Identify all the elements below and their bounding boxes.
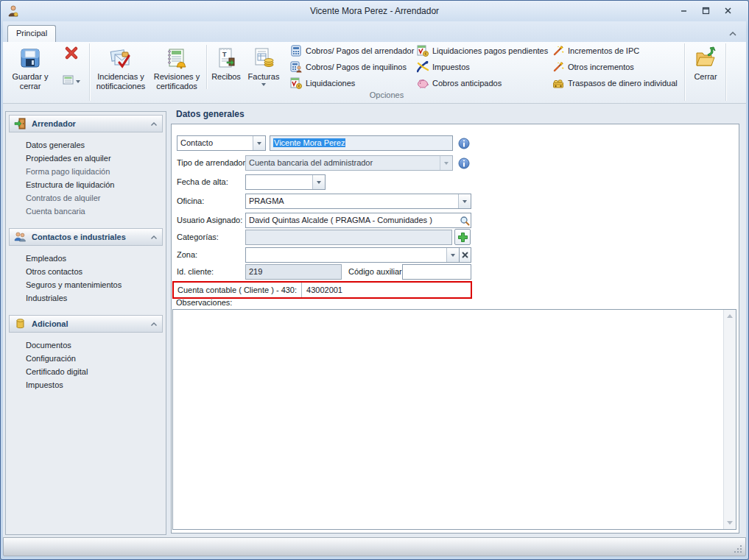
tab-principal[interactable]: Principal xyxy=(7,25,56,42)
chevron-down-icon xyxy=(458,194,471,208)
oficina-value: PRAGMA xyxy=(249,196,284,205)
page-title: Datos generales xyxy=(176,109,245,119)
notepad-bell-icon xyxy=(164,46,189,71)
save-close-button[interactable]: Guardar y cerrar xyxy=(9,44,52,91)
contacto-value: Vicente Mora Perez xyxy=(273,138,345,147)
sidebar-item-configuracion[interactable]: Configuración xyxy=(6,352,166,365)
revisiones-button[interactable]: Revisiones y certificados xyxy=(149,44,205,91)
chevron-down-icon xyxy=(440,156,452,170)
link-label: Incrementos de IPC xyxy=(568,46,639,55)
recibos-label: Recibos xyxy=(211,72,241,82)
sidebar-item-seguros-y-mantenimientos[interactable]: Seguros y mantenimientos xyxy=(6,278,166,291)
section-header-contactos[interactable]: Contactos e industriales xyxy=(9,228,163,246)
ribbon-separator xyxy=(206,45,207,89)
sidebar-item-documentos[interactable]: Documentos xyxy=(6,339,166,352)
chevron-up-icon[interactable] xyxy=(150,117,158,130)
revisiones-label: Revisiones y certificados xyxy=(149,72,205,91)
add-categoria-button[interactable] xyxy=(454,229,471,245)
otros-incrementos-link[interactable]: Otros incrementos xyxy=(552,61,678,73)
status-bar xyxy=(3,537,746,556)
sidebar-item-forma-pago-liquidacion[interactable]: Forma pago liquidación xyxy=(6,165,166,178)
minimize-button[interactable] xyxy=(678,7,689,16)
sidebar-section-contactos: Contactos e industriales Empleados Otros… xyxy=(6,228,166,305)
liquidaciones-link[interactable]: € Liquidaciones xyxy=(290,77,414,89)
categorias-label: Categorías: xyxy=(177,230,219,245)
incidencias-button[interactable]: Incidencias y notificaciones xyxy=(94,44,147,91)
impuestos-link[interactable]: Impuestos xyxy=(417,61,548,73)
scroll-up-button[interactable] xyxy=(724,310,736,322)
search-icon[interactable] xyxy=(458,213,471,228)
fecha-alta-label: Fecha de alta: xyxy=(177,174,228,190)
sidebar-item-estructura-de-liquidacion[interactable]: Estructura de liquidación xyxy=(6,178,166,191)
contacto-selector[interactable]: Contacto xyxy=(177,135,266,151)
close-button[interactable] xyxy=(722,7,734,16)
restore-button[interactable] xyxy=(700,7,711,16)
resize-grip[interactable] xyxy=(734,544,743,553)
vertical-scrollbar[interactable] xyxy=(723,310,736,529)
cobros-pagos-inquilinos-link[interactable]: Cobros/ Pagos de inquilinos xyxy=(290,61,414,73)
info-icon[interactable] xyxy=(457,135,470,151)
sidebar-item-otros-contactos[interactable]: Otros contactos xyxy=(6,265,166,278)
ribbon-tab-row: Principal xyxy=(3,21,746,42)
receipt-icon: T xyxy=(214,46,239,71)
sidebar-item-empleados[interactable]: Empleados xyxy=(6,252,166,265)
section-header-adicional[interactable]: Adicional xyxy=(9,315,163,333)
sidebar: Arrendador Datos generales Propiedades e… xyxy=(5,111,166,535)
liquidaciones-pendientes-link[interactable]: € Liquidaciones pagos pendientes xyxy=(417,45,548,57)
oficina-select[interactable]: PRAGMA xyxy=(245,194,471,209)
contacto-input[interactable]: Vicente Mora Perez xyxy=(270,135,453,151)
clear-zona-button[interactable] xyxy=(460,247,471,263)
chevron-up-icon[interactable] xyxy=(150,230,158,244)
cuenta-contable-label: Cuenta contable ( Cliente ) - 430: xyxy=(174,286,297,294)
ribbon-separator xyxy=(725,43,726,101)
info-icon[interactable] xyxy=(457,155,470,171)
scroll-down-button[interactable] xyxy=(724,517,736,529)
clear-x-icon xyxy=(462,252,468,258)
sidebar-item-certificado-digital[interactable]: Certificado digital xyxy=(6,365,166,378)
zona-select[interactable] xyxy=(245,247,460,263)
database-cylinder-icon xyxy=(14,318,27,330)
observaciones-textarea[interactable] xyxy=(172,309,736,530)
document-coin-icon: € xyxy=(290,77,302,89)
chevron-up-icon[interactable] xyxy=(150,317,158,330)
sidebar-section-arrendador: Arrendador Datos generales Propiedades e… xyxy=(6,115,166,218)
fecha-alta-select[interactable] xyxy=(245,174,326,190)
usuario-asignado-input[interactable]: David Quintas Alcalde ( PRAGMA - Comunid… xyxy=(245,213,471,228)
traspasos-dinero-link[interactable]: Traspasos de dinero individual xyxy=(552,77,678,89)
window-title: Vicente Mora Perez - Arrendador xyxy=(1,1,748,21)
plus-icon xyxy=(457,232,468,243)
tipo-arrendador-value: Cuenta bancaria del administrador xyxy=(249,158,373,167)
sidebar-item-cuenta-bancaria[interactable]: Cuenta bancaria xyxy=(6,205,166,218)
collapse-ribbon-icon[interactable] xyxy=(728,27,739,36)
section-header-arrendador[interactable]: Arrendador xyxy=(9,115,163,132)
cerrar-button[interactable]: Cerrar xyxy=(687,44,724,82)
link-label: Liquidaciones xyxy=(306,79,355,88)
chevron-down-icon xyxy=(446,248,459,262)
cobros-pagos-arrendador-link[interactable]: Cobros/ Pagos del arrendador xyxy=(290,45,414,57)
id-cliente-label: Id. cliente: xyxy=(177,264,214,280)
sidebar-item-industriales[interactable]: Industriales xyxy=(6,291,166,305)
facturas-button[interactable]: Facturas xyxy=(244,44,284,86)
title-bar[interactable]: Vicente Mora Perez - Arrendador xyxy=(1,1,748,21)
two-people-icon xyxy=(14,231,27,243)
save-icon xyxy=(18,46,43,71)
recibos-button[interactable]: T Recibos xyxy=(210,44,242,82)
sidebar-item-contratos-de-alquiler[interactable]: Contratos de alquiler xyxy=(6,191,166,205)
cobros-anticipados-link[interactable]: Cobros anticipados xyxy=(417,77,548,89)
dropdown-arrow-icon xyxy=(261,83,266,86)
sidebar-item-datos-generales[interactable]: Datos generales xyxy=(6,138,166,152)
record-list-button[interactable] xyxy=(57,73,85,89)
codigo-auxiliar-input[interactable] xyxy=(402,264,471,280)
section-title: Arrendador xyxy=(32,119,150,128)
usuario-asignado-label: Usuario Asignado: xyxy=(177,213,242,228)
incrementos-ipc-link[interactable]: Incrementos de IPC xyxy=(552,45,678,57)
usuario-asignado-value: David Quintas Alcalde ( PRAGMA - Comunid… xyxy=(249,216,432,224)
delete-button[interactable] xyxy=(58,45,85,67)
chevron-down-icon xyxy=(312,175,325,189)
invoice-coins-icon xyxy=(251,46,276,71)
sidebar-item-impuestos[interactable]: Impuestos xyxy=(6,378,166,391)
svg-text:€: € xyxy=(298,84,300,88)
codigo-auxiliar-label: Código auxiliar: xyxy=(348,264,404,280)
cuenta-contable-input[interactable]: 43002001 xyxy=(302,286,342,294)
sidebar-item-propiedades-en-alquiler[interactable]: Propiedades en alquiler xyxy=(6,152,166,165)
